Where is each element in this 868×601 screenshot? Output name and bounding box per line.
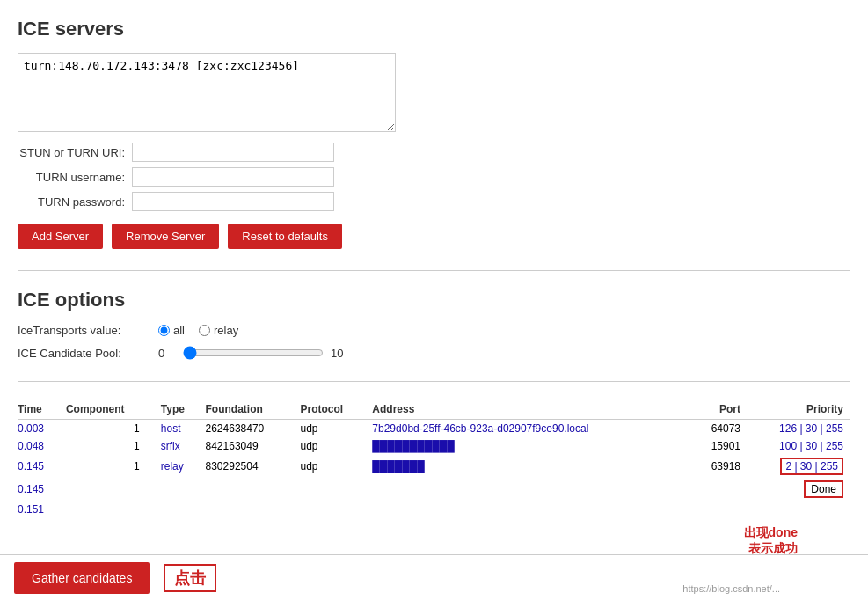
ice-options-section: ICE options IceTransports value: all rel… [18,289,850,360]
priority-highlight: 2 | 30 | 255 [780,458,843,475]
table-row: 0.003 1 host 2624638470 udp 7b29d0bd-25f… [18,420,850,438]
col-type: Type [161,399,206,420]
row-foundation [206,501,301,518]
row-component [66,501,161,518]
row-priority: 126 | 30 | 255 [748,420,850,438]
pool-value-display: 0 [158,347,176,360]
row-port [695,478,748,501]
row-protocol [300,478,372,501]
row-type [161,478,206,501]
pool-row: 0 10 [158,346,850,360]
row-protocol: udp [300,437,372,455]
stun-uri-label: STUN or TURN URI: [18,146,132,159]
row-component: 1 [66,420,161,438]
row-port: 63918 [695,455,748,478]
turn-password-row: TURN password: [18,192,850,211]
turn-password-label: TURN password: [18,195,132,209]
click-hint-label: 点击 [164,564,216,592]
table-row: 0.048 1 srflx 842163049 udp ███████████ … [18,437,850,455]
row-priority: 2 | 30 | 255 [748,455,850,478]
reset-defaults-button[interactable]: Reset to defaults [228,224,342,249]
transports-radio-group: all relay [158,324,850,337]
annotation-box: 出现done 表示成功 [744,525,798,557]
ice-servers-textarea[interactable]: turn:148.70.172.143:3478 [zxc:zxc123456] [18,53,396,132]
row-type [161,501,206,518]
turn-username-label: TURN username: [18,171,132,184]
ice-servers-title: ICE servers [18,18,850,40]
remove-server-button[interactable]: Remove Server [112,224,219,249]
radio-relay[interactable] [199,325,210,336]
row-time: 0.003 [18,420,66,438]
col-port: Port [695,399,748,420]
row-address [372,501,695,518]
row-address: ███████ [372,455,695,478]
row-time: 0.151 [18,501,66,518]
row-type: srflx [161,437,206,455]
table-row: 0.145 1 relay 830292504 udp ███████ 6391… [18,455,850,478]
table-row: 0.151 [18,501,850,518]
annotation-line2: 表示成功 [744,541,798,557]
turn-password-input[interactable] [132,192,334,211]
row-component: 1 [66,455,161,478]
row-priority: Done [748,478,850,501]
row-priority [748,501,850,518]
turn-username-input[interactable] [132,167,334,187]
pool-max-display: 10 [331,347,348,360]
row-component: 1 [66,437,161,455]
radio-relay-label[interactable]: relay [199,324,238,337]
col-protocol: Protocol [300,399,372,420]
header-row: Time Component Type Foundation Protocol … [18,399,850,420]
row-type: host [161,420,206,438]
server-buttons: Add Server Remove Server Reset to defaul… [18,224,850,249]
annotation-line1: 出现done [744,525,798,541]
candidates-table: Time Component Type Foundation Protocol … [18,399,850,518]
bottom-bar: Gather candidates 点击 [0,554,868,601]
col-foundation: Foundation [206,399,301,420]
radio-all[interactable] [158,325,170,336]
col-address: Address [372,399,695,420]
pool-label: ICE Candidate Pool: [18,347,158,360]
col-component: Component [66,399,161,420]
turn-username-row: TURN username: [18,167,850,187]
col-priority: Priority [748,399,850,420]
stun-uri-row: STUN or TURN URI: [18,143,850,162]
row-priority: 100 | 30 | 255 [748,437,850,455]
row-port: 15901 [695,437,748,455]
row-port [695,501,748,518]
row-type: relay [161,455,206,478]
row-time: 0.145 [18,478,66,501]
row-foundation [206,478,301,501]
section-divider [18,270,850,271]
row-protocol: udp [300,455,372,478]
col-time: Time [18,399,66,420]
row-protocol [300,501,372,518]
radio-all-label[interactable]: all [158,324,185,337]
table-divider [18,381,850,382]
done-badge: Done [804,480,843,498]
ice-options-grid: IceTransports value: all relay ICE Candi… [18,324,850,360]
ice-options-title: ICE options [18,289,850,311]
row-foundation: 830292504 [206,455,301,478]
row-foundation: 842163049 [206,437,301,455]
ice-servers-section: ICE servers turn:148.70.172.143:3478 [zx… [18,18,850,249]
pool-slider[interactable] [183,346,324,360]
table-row: 0.145 Done [18,478,850,501]
row-address [372,478,695,501]
radio-all-text: all [173,324,185,337]
watermark: https://blog.csdn.net/... [682,583,780,594]
row-address: ███████████ [372,437,695,455]
candidates-table-body: 0.003 1 host 2624638470 udp 7b29d0bd-25f… [18,420,850,519]
candidates-table-header: Time Component Type Foundation Protocol … [18,399,850,420]
row-time: 0.145 [18,455,66,478]
transports-label: IceTransports value: [18,324,158,337]
add-server-button[interactable]: Add Server [18,224,103,249]
gather-candidates-button[interactable]: Gather candidates [14,562,150,594]
stun-uri-input[interactable] [132,143,334,162]
radio-relay-text: relay [214,324,238,337]
row-port: 64073 [695,420,748,438]
row-foundation: 2624638470 [206,420,301,438]
row-time: 0.048 [18,437,66,455]
row-component [66,478,161,501]
row-address: 7b29d0bd-25ff-46cb-923a-d02907f9ce90.loc… [372,420,695,438]
row-protocol: udp [300,420,372,438]
